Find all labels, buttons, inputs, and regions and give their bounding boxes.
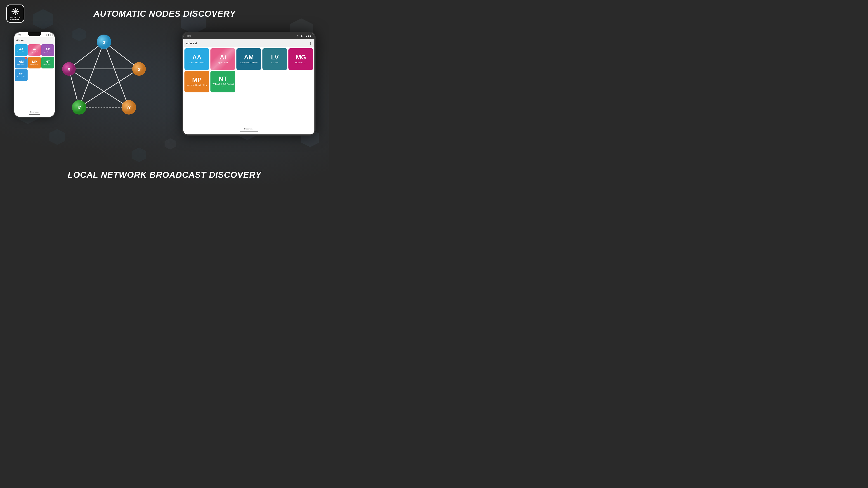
logo-text: AUTOMATIC DISCOVERY [10,17,21,21]
phone-device-grid: AA Amazon AFT... Ai Apple iPad AX Apple … [14,43,55,82]
phone-notch [28,32,41,36]
logo-icon [10,6,20,17]
svg-text:α: α [78,105,81,110]
tile-name: Samsung SM... [17,76,26,77]
tile-name: NVIDIA SHIELD Android TV [211,83,235,88]
tile-abbr: AA [192,54,202,61]
tile-abbr: SS [19,72,23,76]
tile-abbr: AX [45,48,50,51]
main-content: AUTOMATIC DISCOVERY AUTOMATIC NODES DISC… [0,0,329,184]
phone-screen: 17:49 ▲ ◼ ▐▐ alfacast ⋮ AA Amazon AFT...… [14,32,55,117]
svg-line-16 [13,11,16,14]
tile-abbr: LV [271,54,279,61]
tablet-device-mg[interactable]: MG Motorola G7 [288,48,313,70]
phone-app-name: alfacast [16,39,24,41]
tablet-home-bar [240,131,258,131]
tile-name: Apple iPhone... [43,51,52,53]
tile-name: Motorola G7 [295,61,307,64]
tablet-screen: 4:03 α ▲◼◼ alfacast ⋮ AA Amazon AFTMM [183,33,314,134]
tile-abbr: MP [32,60,37,63]
network-svg: α α α α X [61,27,147,131]
tile-abbr: AM [19,60,24,63]
shimmer-overlay [28,44,41,56]
close-badge: ✕ [25,57,27,59]
shimmer-overlay [211,48,235,70]
tile-abbr: NT [46,60,50,63]
svg-text:α: α [297,35,299,37]
svg-line-14 [16,11,18,14]
page-title-top: AUTOMATIC NODES DISCOVERY [94,9,236,19]
tablet-device-mp[interactable]: MP Motorola Moto Z2 Play [184,71,209,92]
tile-abbr: AA [19,48,24,51]
tablet-app-name: alfacast [186,41,197,45]
phone-menu[interactable]: ⋮ [51,39,53,41]
svg-text:X: X [68,67,70,72]
tile-name: Apple MacbookPro [240,61,257,64]
tile-abbr: AM [244,54,254,61]
device-tile-am[interactable]: ✕ AM Apple MacBo... [15,57,28,68]
svg-point-38 [302,36,303,36]
tablet-bottom-bar: Discovery... [183,125,314,134]
settings-icon [301,35,304,37]
tablet-device-ai[interactable]: Ai Apple iPad [211,48,235,70]
tablet-discovery-text: Discovery... [244,128,253,130]
svg-text:α: α [102,39,106,45]
phone-toolbar: alfacast ⋮ [14,37,55,43]
tile-name: NVIDIA SHIEL... [43,64,52,65]
tile-abbr: NT [219,76,227,82]
tile-abbr: MG [296,54,306,61]
alpha-icon: α [296,35,299,37]
tile-name: Apple MacBo... [17,64,25,65]
tablet-menu[interactable]: ⋮ [309,41,312,45]
tile-name: Motorola Moto Z2 Play [187,84,207,87]
device-tile-ax[interactable]: AX Apple iPhone... [41,44,54,56]
device-tile-mp[interactable]: MP Motorola Mot... [28,57,41,68]
tablet-device-lv[interactable]: LV LG V40 [262,48,287,70]
tablet-device-aa[interactable]: AA Amazon AFTMM [184,48,209,70]
phone-mockup: 17:49 ▲ ◼ ▐▐ alfacast ⋮ AA Amazon AFT...… [13,32,55,118]
tablet-device-grid-row2: MP Motorola Moto Z2 Play NT NVIDIA SHIEL… [183,71,314,92]
tablet-toolbar: alfacast ⋮ [183,39,314,47]
tile-abbr: MP [192,77,202,83]
tile-name: Amazon AFTMM [189,61,204,64]
tile-name: LG V40 [272,61,278,64]
svg-text:α: α [127,105,131,110]
tablet-status-icons: α ▲◼◼ [296,35,311,37]
device-tile-aa[interactable]: AA Amazon AFT... [15,44,28,56]
svg-text:α: α [138,67,141,72]
app-logo: AUTOMATIC DISCOVERY [6,4,24,23]
phone-time: 17:49 [17,34,21,36]
phone-discovery-text: Discovery... [30,111,39,113]
tablet-device-am[interactable]: AM Apple MacbookPro [237,48,261,70]
network-diagram: α α α α X [61,27,147,131]
tablet-status-bar: 4:03 α ▲◼◼ [183,33,314,39]
svg-line-15 [16,9,18,11]
phone-bottom-bar: Discovery... [14,109,55,117]
device-tile-ss[interactable]: SS Samsung SM... [15,69,28,81]
tablet-wifi: ▲◼◼ [305,35,311,37]
device-tile-nt[interactable]: NT NVIDIA SHIEL... [41,57,54,68]
svg-line-13 [13,9,16,11]
phone-home-bar [29,114,40,115]
tile-name: Amazon AFT... [17,51,25,53]
tablet-time: 4:03 [186,35,191,37]
tile-name: Motorola Mot... [30,64,39,65]
device-tile-ai[interactable]: Ai Apple iPad [28,44,41,56]
page-title-bottom: LOCAL NETWORK BROADCAST DISCOVERY [68,170,261,180]
tablet-device-grid-row1: AA Amazon AFTMM Ai Apple iPad AM Apple M… [183,47,314,71]
tablet-device-nt[interactable]: NT NVIDIA SHIELD Android TV [211,71,235,92]
phone-icons: ▲ ◼ ▐▐ [45,34,53,36]
tablet-mockup: 4:03 α ▲◼◼ alfacast ⋮ AA Amazon AFTMM [182,32,315,135]
